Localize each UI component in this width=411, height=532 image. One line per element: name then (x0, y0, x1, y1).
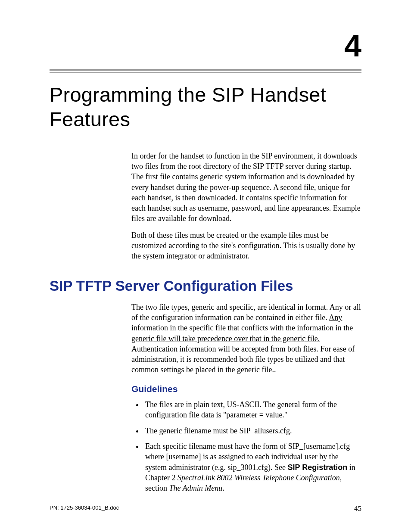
list-item: The generic filename must be SIP_alluser… (143, 426, 361, 436)
chapter-number: 4 (50, 30, 361, 61)
footer-page-number: 45 (354, 504, 361, 513)
section-body: The two file types, generic and specific… (131, 302, 361, 494)
b3-bold: SIP Registration (287, 463, 347, 472)
intro-block: In order for the handset to function in … (131, 151, 361, 261)
section-p1-part-b: Authentication information will be accep… (131, 345, 355, 374)
chapter-title: Programming the SIP Handset Features (50, 82, 361, 132)
document-page: 4 Programming the SIP Handset Features I… (0, 0, 411, 532)
divider-thick (50, 69, 361, 71)
b3-italic-2: The Admin Menu (169, 484, 223, 492)
section-paragraph-1: The two file types, generic and specific… (131, 302, 361, 375)
guidelines-heading: Guidelines (131, 383, 361, 395)
guidelines-list: The files are in plain text, US-ASCII. T… (131, 399, 361, 493)
list-item: The files are in plain text, US-ASCII. T… (143, 399, 361, 420)
section-p1-part-a: The two file types, generic and specific… (131, 303, 361, 322)
section-title: SIP TFTP Server Configuration Files (50, 278, 361, 294)
intro-paragraph-1: In order for the handset to function in … (131, 151, 361, 224)
divider-thin (50, 72, 361, 73)
intro-paragraph-2: Both of these files must be created or t… (131, 230, 361, 261)
page-footer: PN: 1725-36034-001_B.doc 45 (50, 504, 361, 513)
footer-left: PN: 1725-36034-001_B.doc (50, 504, 119, 511)
list-item: Each specific filename must have the for… (143, 441, 361, 493)
b3-italic-1: SpectraLink 8002 Wireless Telephone Conf… (177, 473, 340, 482)
b3-part-d: . (222, 484, 224, 492)
